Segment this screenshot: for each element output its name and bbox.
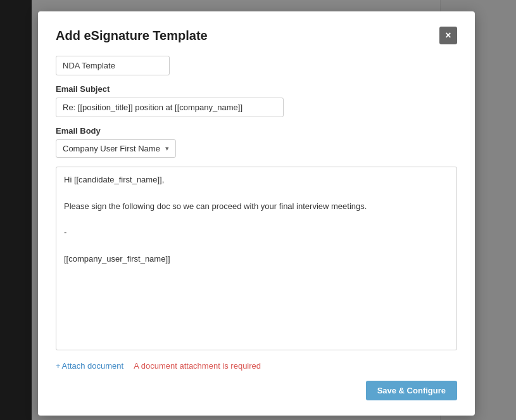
attach-document-row: +Attach document A document attachment i… — [56, 361, 457, 371]
modal-header: Add eSignature Template × — [56, 27, 457, 44]
email-subject-field: Email Subject — [56, 84, 457, 117]
modal-title: Add eSignature Template — [56, 29, 208, 43]
add-esignature-modal: Add eSignature Template × Email Subject … — [38, 11, 475, 416]
modal-footer: Save & Configure — [56, 381, 457, 400]
email-body-label: Email Body — [56, 126, 457, 136]
template-name-input[interactable] — [56, 56, 170, 75]
attach-document-label: Attach document — [62, 361, 124, 371]
email-body-textarea-field: Hi [[candidate_first_name]], Please sign… — [56, 167, 457, 352]
email-body-textarea[interactable]: Hi [[candidate_first_name]], Please sign… — [56, 167, 457, 350]
validation-error-message: A document attachment is required — [134, 361, 261, 371]
plus-icon: + — [56, 361, 61, 371]
attach-document-link[interactable]: +Attach document — [56, 361, 123, 371]
chevron-down-icon: ▾ — [165, 144, 169, 153]
dropdown-selected-value: Company User First Name — [63, 144, 160, 153]
email-subject-label: Email Subject — [56, 84, 457, 94]
close-button[interactable]: × — [439, 27, 457, 44]
email-body-dropdown[interactable]: Company User First Name ▾ — [56, 139, 176, 158]
save-configure-button[interactable]: Save & Configure — [366, 381, 457, 400]
email-subject-input[interactable] — [56, 98, 284, 117]
template-name-field — [56, 56, 457, 75]
email-body-field: Email Body Company User First Name ▾ — [56, 126, 457, 158]
